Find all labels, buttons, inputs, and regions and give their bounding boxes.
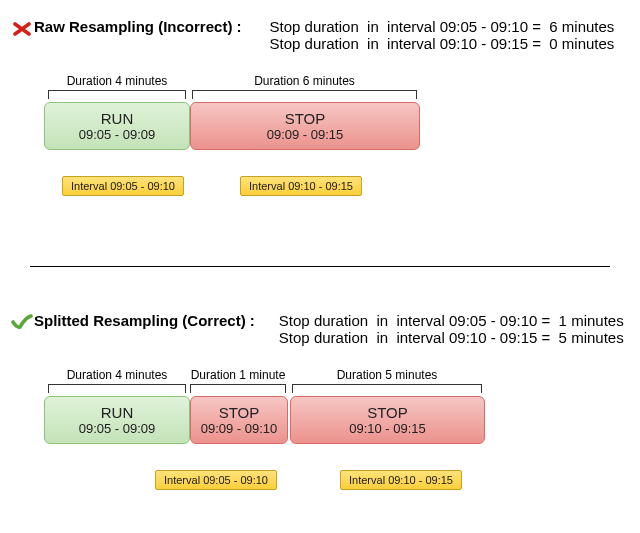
split-bracket-1 — [48, 384, 186, 394]
state-label: STOP — [367, 404, 408, 421]
split-stop-block-1: STOP 09:09 - 09:10 — [190, 396, 288, 444]
splitted-resampling-section: Splitted Resampling (Correct) : Stop dur… — [0, 312, 640, 520]
raw-bracket-1 — [48, 90, 186, 100]
state-time: 09:05 - 09:09 — [79, 421, 156, 436]
state-label: RUN — [101, 404, 134, 421]
split-stop-block-2: STOP 09:10 - 09:15 — [290, 396, 485, 444]
raw-bracket-2 — [192, 90, 417, 100]
raw-interval-chip-2: Interval 09:10 - 09:15 — [240, 176, 362, 196]
raw-title: Raw Resampling (Incorrect) : — [34, 18, 242, 35]
raw-stop-block: STOP 09:09 - 09:15 — [190, 102, 420, 150]
split-header-row: Splitted Resampling (Correct) : Stop dur… — [0, 312, 640, 346]
state-label: STOP — [219, 404, 260, 421]
cross-icon — [10, 18, 34, 38]
state-time: 09:09 - 09:10 — [201, 421, 278, 436]
split-duration-3: Duration 5 minutes — [292, 368, 482, 382]
raw-duration-2: Duration 6 minutes — [192, 74, 417, 88]
split-interval-chip-1: Interval 09:05 - 09:10 — [155, 470, 277, 490]
split-duration-2: Duration 1 minute — [188, 368, 288, 382]
raw-chart: Duration 4 minutes Duration 6 minutes RU… — [40, 76, 640, 226]
split-duration-1: Duration 4 minutes — [48, 368, 186, 382]
state-time: 09:09 - 09:15 — [267, 127, 344, 142]
state-time: 09:05 - 09:09 — [79, 127, 156, 142]
raw-results: Stop duration in interval 09:05 - 09:10 … — [260, 18, 615, 52]
check-icon — [10, 312, 34, 330]
raw-interval-chip-1: Interval 09:05 - 09:10 — [62, 176, 184, 196]
split-bracket-2 — [190, 384, 286, 394]
state-label: RUN — [101, 110, 134, 127]
raw-run-block: RUN 09:05 - 09:09 — [44, 102, 190, 150]
split-result-line-1: Stop duration in interval 09:05 - 09:10 … — [279, 312, 624, 329]
section-divider — [30, 266, 610, 267]
raw-result-line-1: Stop duration in interval 09:05 - 09:10 … — [270, 18, 615, 35]
raw-result-line-2: Stop duration in interval 09:10 - 09:15 … — [270, 35, 615, 52]
raw-header-row: Raw Resampling (Incorrect) : Stop durati… — [0, 18, 640, 52]
split-title: Splitted Resampling (Correct) : — [34, 312, 255, 329]
raw-duration-1: Duration 4 minutes — [48, 74, 186, 88]
split-result-line-2: Stop duration in interval 09:10 - 09:15 … — [279, 329, 624, 346]
split-results: Stop duration in interval 09:05 - 09:10 … — [269, 312, 624, 346]
state-label: STOP — [285, 110, 326, 127]
split-run-block: RUN 09:05 - 09:09 — [44, 396, 190, 444]
split-bracket-3 — [292, 384, 482, 394]
state-time: 09:10 - 09:15 — [349, 421, 426, 436]
split-interval-chip-2: Interval 09:10 - 09:15 — [340, 470, 462, 490]
raw-resampling-section: Raw Resampling (Incorrect) : Stop durati… — [0, 18, 640, 226]
split-chart: Duration 4 minutes Duration 1 minute Dur… — [40, 370, 640, 520]
